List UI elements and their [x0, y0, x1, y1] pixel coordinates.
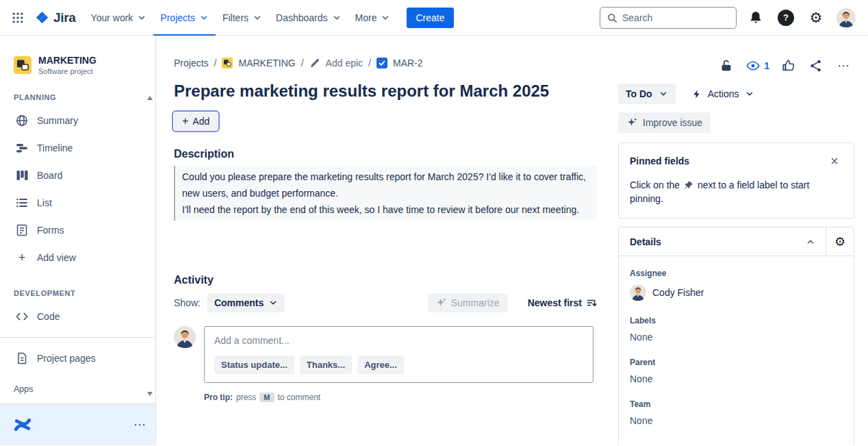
breadcrumb-projects[interactable]: Projects — [174, 58, 209, 69]
gear-icon: ⚙ — [810, 10, 823, 25]
nav-item-filters[interactable]: Filters — [216, 0, 269, 36]
primary-nav: Your work Projects Filters Dashboards Mo… — [84, 0, 398, 36]
pinned-fields-card: Pinned fields Click on the next to a fie… — [618, 143, 854, 219]
profile-button[interactable] — [835, 7, 857, 29]
project-header[interactable]: MARKETING Software project — [0, 55, 155, 75]
nav-item-label: Dashboards — [276, 12, 328, 23]
breadcrumb: Projects / MARKETING / Add epic / MAR-2 — [174, 56, 597, 70]
breadcrumb-project[interactable]: MARKETING — [238, 58, 295, 69]
watch-button[interactable]: 1 — [743, 55, 772, 77]
comments-filter-label: Comments — [214, 297, 264, 308]
sidebar-item-code[interactable]: Code — [0, 303, 155, 330]
sidebar-item-summary[interactable]: Summary — [0, 107, 155, 134]
jira-logo[interactable]: Jira — [29, 0, 84, 36]
nav-item-dashboards[interactable]: Dashboards — [269, 0, 348, 36]
comments-filter-dropdown[interactable]: Comments — [207, 293, 285, 312]
sort-order-button[interactable]: Newest first — [528, 297, 597, 308]
show-label: Show: — [174, 297, 201, 308]
actions-dropdown[interactable]: Actions — [691, 84, 756, 104]
team-value[interactable]: None — [630, 415, 843, 426]
sidebar-item-label: Code — [37, 311, 60, 322]
pinned-fields-title: Pinned fields — [630, 156, 689, 166]
summarize-label: Summarize — [451, 297, 500, 308]
settings-button[interactable]: ⚙ — [805, 7, 827, 29]
field-parent: Parent None — [630, 358, 843, 384]
help-button[interactable]: ? — [775, 7, 797, 29]
field-labels: Labels None — [630, 316, 843, 343]
create-button[interactable]: Create — [407, 8, 453, 28]
improve-issue-button[interactable]: Improve issue — [618, 112, 711, 133]
sidebar-item-forms[interactable]: Forms — [0, 216, 155, 244]
sidebar-item-label: Project pages — [37, 353, 96, 364]
bell-icon — [748, 10, 763, 25]
chevron-down-icon — [253, 13, 262, 23]
app-switcher-button[interactable] — [7, 7, 29, 29]
keyboard-shortcut-key: M — [259, 393, 274, 402]
chevron-down-icon — [137, 13, 146, 23]
sidebar-scroll-up[interactable] — [147, 96, 153, 100]
sidebar-item-timeline[interactable]: Timeline — [0, 134, 155, 162]
status-dropdown[interactable]: To Do — [618, 84, 676, 104]
sidebar-footer-more-button[interactable]: ⋯ — [133, 419, 146, 431]
details-title: Details — [630, 236, 800, 247]
sort-label: Newest first — [528, 297, 582, 308]
share-button[interactable] — [805, 55, 827, 77]
summarize-button[interactable]: Summarize — [428, 293, 507, 312]
add-view-label: Add view — [37, 252, 76, 263]
assignee-name: Cody Fisher — [652, 287, 704, 298]
nav-item-label: More — [355, 12, 377, 23]
issue-title[interactable]: Prepare marketing results report for Mar… — [174, 81, 597, 101]
comment-box[interactable]: Status update... Thanks... Agree... — [204, 326, 593, 383]
search-input[interactable] — [622, 12, 730, 23]
description-paragraph: Could you please prepare the marketing r… — [182, 169, 590, 201]
nav-item-projects[interactable]: Projects — [153, 0, 216, 36]
parent-value[interactable]: None — [630, 373, 843, 384]
global-search[interactable] — [600, 7, 737, 29]
sidebar-item-list[interactable]: List — [0, 189, 155, 216]
collapse-details-button[interactable] — [800, 231, 821, 253]
configure-fields-button[interactable]: ⚙ — [826, 227, 854, 256]
lightning-bolt-icon — [692, 89, 702, 99]
description-heading: Description — [174, 148, 597, 160]
sidebar-item-project-pages[interactable]: Project pages — [0, 345, 155, 372]
current-user-avatar — [174, 326, 196, 348]
sidebar-scroll-down[interactable] — [147, 392, 153, 396]
security-level-button[interactable] — [715, 55, 737, 77]
notifications-button[interactable] — [745, 7, 767, 29]
plus-icon: + — [182, 116, 188, 127]
quick-reply-status-update[interactable]: Status update... — [214, 356, 294, 374]
quick-reply-agree[interactable]: Agree... — [357, 356, 404, 374]
nav-item-label: Projects — [160, 12, 195, 23]
planning-nav: Summary Timeline Board List Forms + Add … — [0, 107, 155, 271]
sidebar-item-board[interactable]: Board — [0, 162, 155, 189]
project-sidebar: MARKETING Software project PLANNING Summ… — [0, 36, 156, 445]
breadcrumb-issue-key[interactable]: MAR-2 — [393, 58, 423, 69]
sidebar-section-development: DEVELOPMENT — [0, 289, 155, 297]
more-actions-button[interactable]: ⋯ — [832, 55, 854, 77]
add-content-button[interactable]: + Add — [174, 112, 218, 130]
sidebar-item-label: Board — [37, 170, 62, 181]
confluence-app-button[interactable] — [14, 416, 31, 434]
breadcrumb-add-epic[interactable]: Add epic — [326, 58, 363, 69]
pinned-fields-body: Click on the next to a field label to st… — [630, 178, 843, 206]
add-view-button[interactable]: + Add view — [0, 244, 155, 271]
sidebar-item-label: Timeline — [37, 143, 73, 153]
close-pinned-fields-button[interactable] — [826, 153, 843, 169]
labels-value[interactable]: None — [630, 332, 843, 343]
chevron-down-icon — [381, 13, 390, 23]
nav-item-more[interactable]: More — [348, 0, 398, 36]
details-body: Assignee Cody Fisher Labels None Parent … — [619, 256, 854, 445]
pro-tip: Pro tip: press M to comment — [204, 393, 597, 402]
nav-item-your-work[interactable]: Your work — [84, 0, 154, 36]
comment-input[interactable] — [214, 335, 583, 346]
issue-description[interactable]: Could you please prepare the marketing r… — [174, 166, 597, 221]
more-icon: ⋯ — [133, 418, 146, 432]
sidebar-section-apps: Apps — [0, 384, 155, 394]
issue-side-panel: 1 ⋯ To Do Actions I — [618, 36, 854, 445]
actions-label: Actions — [708, 88, 739, 99]
quick-reply-thanks[interactable]: Thanks... — [300, 356, 352, 374]
issue-main: Projects / MARKETING / Add epic / MAR-2 … — [156, 36, 618, 445]
assignee-value[interactable]: Cody Fisher — [630, 284, 843, 301]
vote-button[interactable] — [778, 55, 800, 77]
top-navigation: Jira Your work Projects Filters Dashboar… — [0, 0, 868, 36]
